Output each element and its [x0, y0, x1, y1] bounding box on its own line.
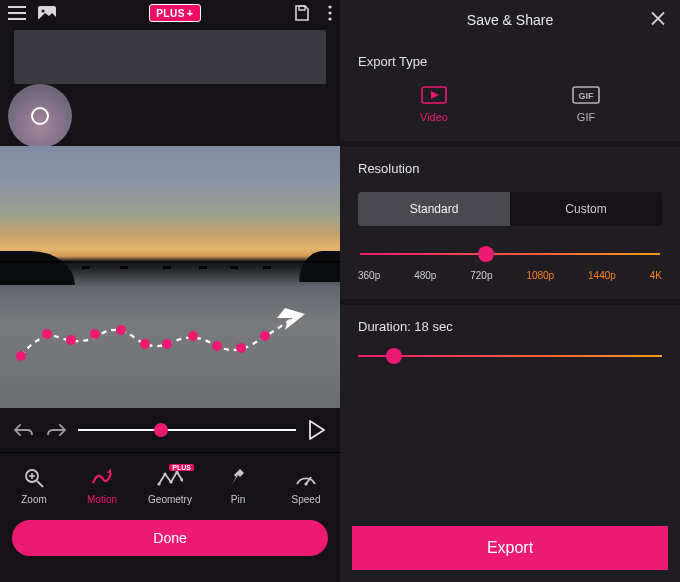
svg-point-29 [304, 482, 307, 485]
res-360: 360p [358, 270, 380, 281]
svg-point-5 [328, 17, 331, 20]
export-button[interactable]: Export [352, 526, 668, 570]
svg-rect-2 [299, 6, 305, 10]
svg-point-6 [16, 351, 26, 361]
res-4k: 4K [650, 270, 662, 281]
res-480: 480p [414, 270, 436, 281]
svg-point-23 [157, 482, 160, 485]
tool-zoom[interactable]: Zoom [4, 466, 64, 505]
redo-icon[interactable] [46, 423, 66, 437]
pin-icon [228, 466, 248, 490]
export-type-gif[interactable]: GIF GIF [572, 85, 600, 123]
export-type-video[interactable]: Video [420, 85, 448, 123]
resolution-section: Resolution Standard Custom 360p 480p 720… [340, 147, 680, 305]
panel-header: Save & Share [340, 0, 680, 40]
res-1440: 1440p [588, 270, 616, 281]
undo-icon[interactable] [14, 423, 34, 437]
svg-point-15 [236, 343, 246, 353]
gallery-icon[interactable] [38, 6, 56, 20]
segment-custom[interactable]: Custom [510, 192, 662, 226]
motion-icon [90, 466, 114, 490]
duration-slider[interactable] [358, 350, 662, 362]
done-button[interactable]: Done [12, 520, 328, 556]
video-icon [420, 85, 448, 105]
svg-point-16 [260, 331, 270, 341]
tool-label: Motion [87, 494, 117, 505]
speed-icon [294, 466, 318, 490]
avatar-area [0, 84, 340, 146]
tool-geometry[interactable]: PLUS Geometry [140, 466, 200, 505]
svg-point-25 [169, 480, 172, 483]
svg-point-12 [162, 339, 172, 349]
duration-label: Duration: 18 sec [358, 319, 662, 334]
svg-point-14 [212, 341, 222, 351]
tool-speed[interactable]: Speed [276, 466, 336, 505]
svg-point-11 [140, 339, 150, 349]
res-720: 720p [470, 270, 492, 281]
tool-motion[interactable]: Motion [72, 466, 132, 505]
svg-point-4 [328, 11, 331, 14]
svg-point-9 [90, 329, 100, 339]
record-icon [31, 107, 49, 125]
avatar[interactable] [8, 84, 72, 148]
tool-label: Geometry [148, 494, 192, 505]
thumbnail-strip[interactable] [14, 30, 326, 84]
svg-point-10 [116, 325, 126, 335]
gif-icon: GIF [572, 85, 600, 105]
svg-point-7 [42, 329, 52, 339]
plus-badge-label: PLUS [156, 8, 185, 19]
resolution-mode-segment[interactable]: Standard Custom [358, 192, 662, 226]
svg-point-13 [188, 331, 198, 341]
timeline-knob[interactable] [154, 423, 168, 437]
duration-section: Duration: 18 sec [340, 305, 680, 380]
svg-marker-22 [107, 468, 111, 473]
resolution-knob[interactable] [478, 246, 494, 262]
timeline-slider[interactable] [78, 420, 296, 440]
svg-point-24 [163, 472, 166, 475]
motion-path[interactable] [12, 304, 322, 374]
svg-line-19 [37, 481, 43, 487]
export-type-label: Video [420, 111, 448, 123]
top-bar: PLUS+ [0, 0, 340, 26]
export-type-section: Export Type Video GIF GIF [340, 40, 680, 147]
res-1080: 1080p [526, 270, 554, 281]
tool-tabs: Zoom Motion PLUS Geometry Pin Speed [0, 452, 340, 514]
canvas[interactable] [0, 146, 340, 408]
tool-pin[interactable]: Pin [208, 466, 268, 505]
save-icon[interactable] [294, 5, 310, 21]
duration-knob[interactable] [386, 348, 402, 364]
close-icon[interactable] [650, 11, 666, 30]
svg-point-1 [42, 10, 45, 13]
tool-label: Pin [231, 494, 245, 505]
export-type-title: Export Type [358, 54, 662, 69]
menu-icon[interactable] [8, 6, 26, 20]
tool-label: Zoom [21, 494, 47, 505]
resolution-title: Resolution [358, 161, 662, 176]
export-type-label: GIF [577, 111, 595, 123]
play-controls [0, 408, 340, 452]
plus-mini-badge: PLUS [169, 464, 194, 471]
plus-badge[interactable]: PLUS+ [149, 4, 201, 22]
export-label: Export [487, 539, 533, 557]
svg-text:GIF: GIF [579, 91, 595, 101]
more-icon[interactable] [328, 5, 332, 21]
svg-marker-31 [431, 91, 439, 99]
svg-point-3 [328, 5, 331, 8]
editor-panel: PLUS+ [0, 0, 340, 582]
play-icon[interactable] [308, 420, 326, 440]
resolution-slider[interactable] [360, 248, 660, 260]
svg-point-8 [66, 335, 76, 345]
zoom-icon [23, 466, 45, 490]
segment-standard[interactable]: Standard [358, 192, 510, 226]
tool-label: Speed [292, 494, 321, 505]
panel-title: Save & Share [467, 12, 553, 28]
done-label: Done [153, 530, 186, 546]
resolution-labels: 360p 480p 720p 1080p 1440p 4K [358, 270, 662, 281]
save-share-panel: Save & Share Export Type Video GIF GIF R… [340, 0, 680, 582]
